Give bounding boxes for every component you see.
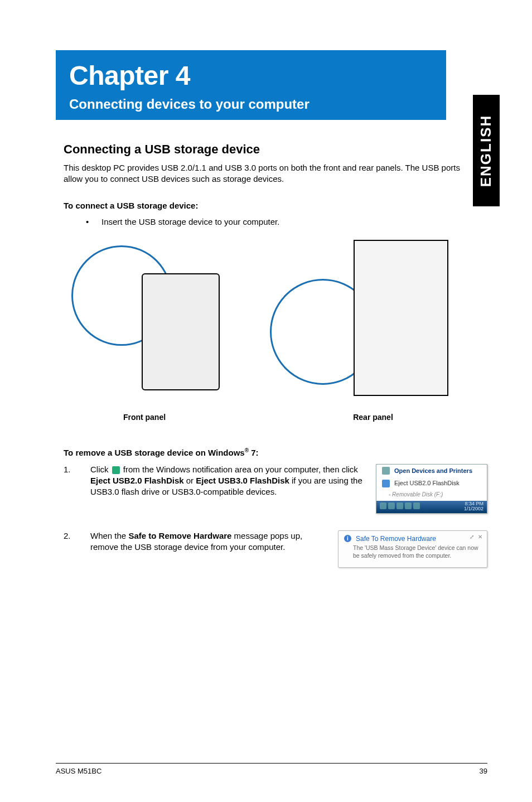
step-2-row: 2. When the Safe to Remove Hardware mess… [56,530,487,568]
eject-popup: Open Devices and Printers Eject USB2.0 F… [376,464,487,514]
step-2-body: When the Safe to Remove Hardware message… [90,530,338,568]
balloon-close-button[interactable]: ⤢ ✕ [470,533,483,541]
footer-page-number: 39 [480,767,487,775]
step-2-number: 2. [64,530,90,568]
language-side-tab: ENGLISH [473,95,500,206]
connect-bullet-row: • Insert the USB storage device to your … [56,217,487,226]
system-tray-icons [380,503,420,509]
info-icon: i [344,535,351,542]
section-intro: This desktop PC provides USB 2.0/1.1 and… [56,162,487,185]
chapter-banner: Chapter 4 Connecting devices to your com… [56,50,446,120]
chapter-subtitle: Connecting devices to your computer [69,96,433,112]
footer-product: ASUS M51BC [56,767,101,775]
rear-panel-label: Rear panel [259,413,454,422]
front-panel-label: Front panel [64,413,259,422]
removable-disk-entry[interactable]: - Removable Disk (F:) [376,490,487,501]
language-label: ENGLISH [478,114,495,187]
printer-icon [382,467,390,475]
open-devices-and-printers[interactable]: Open Devices and Printers [376,465,487,477]
eject-popup-screenshot: Open Devices and Printers Eject USB2.0 F… [376,464,487,514]
remove-heading: To remove a USB storage device on Window… [56,447,487,457]
chapter-title: Chapter 4 [69,60,433,91]
eject-usb-flashdisk[interactable]: Eject USB2.0 FlashDisk [376,477,487,490]
safe-remove-balloon: ⤢ ✕ i Safe To Remove Hardware The 'USB M… [338,530,487,568]
bullet-symbol: • [86,217,101,226]
step-1-body: Click from the Windows notification area… [90,464,376,514]
step-1-number: 1. [64,464,90,514]
taskbar-clock: 8:34 PM 1/1/2002 [464,501,483,511]
section-heading: Connecting a USB storage device [56,142,487,157]
windows-taskbar: 8:34 PM 1/1/2002 [376,501,487,513]
safely-remove-tray-icon [112,466,120,474]
balloon-body: The 'USB Mass Storage Device' device can… [343,544,482,559]
usb-drive-icon [382,480,390,487]
front-pc-illustration [142,273,220,390]
safe-remove-popup-screenshot: ⤢ ✕ i Safe To Remove Hardware The 'USB M… [338,530,487,568]
bullet-text: Insert the USB storage device to your co… [101,217,279,226]
balloon-title: i Safe To Remove Hardware [343,534,482,543]
connect-heading: To connect a USB storage device: [56,201,487,210]
step-1-row: 1. Click from the Windows notification a… [56,464,487,514]
page-footer: ASUS M51BC 39 [56,763,487,775]
rear-pc-illustration [354,240,448,396]
usb-diagram [64,240,454,407]
